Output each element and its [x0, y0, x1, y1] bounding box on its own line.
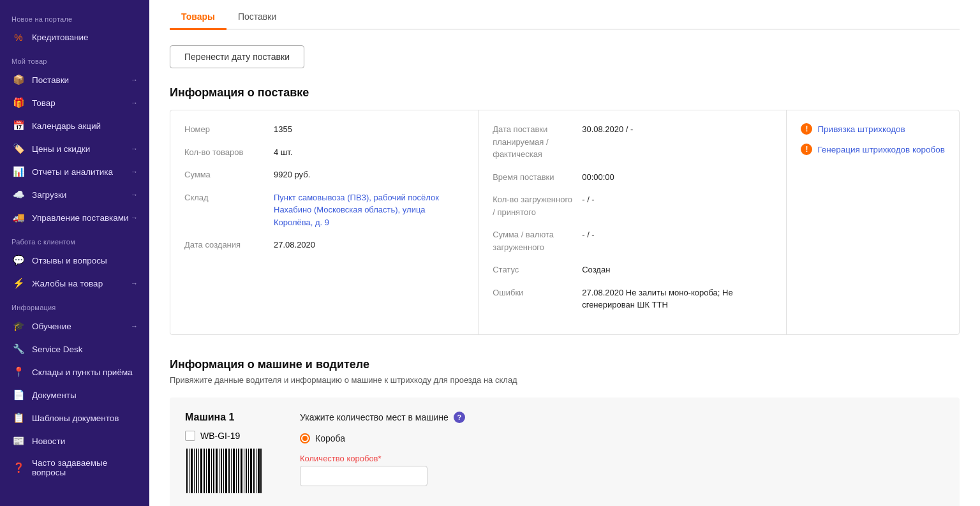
svg-rect-22	[241, 449, 242, 493]
info-value-date-created: 27.08.2020	[274, 239, 464, 251]
arrow-icon: →	[131, 279, 138, 287]
barcodes-link[interactable]: ! Привязка штрихкодов	[801, 123, 945, 135]
info-value-status: Создан	[582, 264, 772, 276]
machine-label-row: WB-GI-19	[185, 431, 240, 441]
svg-rect-6	[200, 449, 202, 493]
machine-checkbox[interactable]	[185, 431, 195, 441]
arrow-icon: →	[131, 145, 138, 153]
sidebar-item-postavki[interactable]: 📦 Поставки →	[0, 68, 149, 91]
info-value-summa: 9920 руб.	[274, 168, 464, 181]
svg-rect-0	[186, 449, 188, 493]
info-label-summa: Сумма	[184, 168, 274, 181]
info-label-status: Статус	[493, 264, 582, 276]
sidebar-item-obuchenie[interactable]: 🎓 Обучение →	[0, 315, 149, 338]
info-value-qty: 4 шт.	[274, 146, 464, 159]
radio-koroba[interactable]	[300, 433, 310, 443]
info-value-date-planned: 30.08.2020 / -	[582, 123, 772, 136]
supply-info-mid-col: Дата поставки планируемая / фактическая …	[479, 110, 787, 334]
sidebar-item-zagruzki[interactable]: ☁️ Загрузки →	[0, 183, 149, 206]
info-label-sum-currency: Сумма / валюта загруженного	[493, 228, 582, 253]
info-label-date-created: Дата создания	[184, 239, 274, 251]
svg-rect-27	[253, 449, 255, 493]
sidebar-section-info: Информация	[0, 295, 149, 315]
sidebar-item-label: Обучение	[32, 322, 71, 331]
machine-right-panel: Укажите количество мест в машине ? Короб…	[300, 412, 465, 486]
sidebar-item-kreditovanie[interactable]: % Кредитование	[0, 26, 149, 48]
barcode-boxes-link[interactable]: ! Генерация штрихкодов коробов	[801, 144, 945, 155]
info-label-date-planned: Дата поставки планируемая / фактическая	[493, 123, 582, 161]
sidebar-section-mytov: Мой товар	[0, 48, 149, 68]
info-label-nomer: Номер	[184, 123, 274, 136]
info-row-sum-currency: Сумма / валюта загруженного - / -	[493, 228, 772, 253]
sidebar: Новое на портале % Кредитование Мой това…	[0, 0, 149, 506]
machine-places-label: Укажите количество мест в машине	[300, 412, 449, 422]
radio-koroba-inner	[302, 436, 308, 441]
tabs-area: Товары Поставки	[170, 0, 960, 30]
sidebar-item-sklady[interactable]: 📍 Склады и пункты приёма	[0, 361, 149, 383]
info-row-date-created: Дата создания 27.08.2020	[184, 239, 464, 251]
sidebar-item-novosti[interactable]: 📰 Новости	[0, 429, 149, 452]
news-icon: 📰	[11, 435, 26, 447]
clipboard-icon: 📋	[11, 412, 26, 424]
sidebar-item-upravlenie[interactable]: 🚚 Управление поставками →	[0, 206, 149, 229]
quantity-field-group: Количество коробов*	[300, 454, 465, 486]
svg-rect-10	[211, 449, 212, 493]
machine-section-title: Информация о машине и водителе	[170, 358, 960, 371]
sidebar-item-dokumenty[interactable]: 📄 Документы	[0, 383, 149, 406]
svg-rect-26	[250, 449, 252, 493]
svg-rect-3	[194, 449, 195, 493]
sidebar-item-zhaloby[interactable]: ⚡ Жалобы на товар →	[0, 272, 149, 295]
document-icon: 📄	[11, 389, 26, 401]
sidebar-item-label: Отзывы и вопросы	[32, 256, 107, 265]
sidebar-item-label: Склады и пункты приёма	[32, 368, 133, 377]
gift-icon: 🎁	[11, 97, 26, 108]
sidebar-item-kalendar[interactable]: 📅 Календарь акций	[0, 114, 149, 137]
machine-card: Машина 1 WB-GI-19	[170, 398, 960, 507]
info-row-qty: Кол-во товаров 4 шт.	[184, 146, 464, 159]
svg-rect-29	[258, 449, 260, 493]
svg-rect-8	[206, 449, 207, 493]
arrow-icon: →	[131, 99, 138, 107]
bolt-icon: ⚡	[11, 278, 26, 289]
quantity-input[interactable]	[300, 466, 427, 486]
info-row-sklad: Склад Пункт самовывоза (ПВЗ), рабочий по…	[184, 191, 464, 229]
supply-info-left-col: Номер 1355 Кол-во товаров 4 шт. Сумма 99…	[170, 110, 479, 334]
sidebar-item-ceny[interactable]: 🏷️ Цены и скидки →	[0, 137, 149, 160]
info-row-summa: Сумма 9920 руб.	[184, 168, 464, 181]
svg-rect-16	[225, 449, 227, 493]
tab-tovary[interactable]: Товары	[170, 5, 226, 30]
info-row-time: Время поставки 00:00:00	[493, 171, 772, 184]
supply-info-card: Номер 1355 Кол-во товаров 4 шт. Сумма 99…	[170, 110, 960, 335]
sidebar-item-label: Service Desk	[32, 345, 83, 354]
sidebar-item-shablony[interactable]: 📋 Шаблоны документов	[0, 406, 149, 429]
barcode-boxes-label: Генерация штрихкодов коробов	[817, 145, 945, 154]
svg-rect-23	[244, 449, 244, 493]
sidebar-item-faq[interactable]: ❓ Часто задаваемые вопросы	[0, 452, 149, 483]
sidebar-item-label: Цены и скидки	[32, 144, 90, 154]
svg-rect-13	[219, 449, 219, 493]
info-label-loaded-accepted: Кол-во загруженного / принятого	[493, 193, 582, 218]
warn-icon-boxes: !	[801, 144, 812, 155]
location-icon: 📍	[11, 366, 26, 378]
transfer-date-button[interactable]: Перенести дату поставки	[170, 45, 304, 68]
tag-icon: 🏷️	[11, 143, 26, 154]
svg-rect-1	[189, 449, 189, 493]
sidebar-item-servicedesk[interactable]: 🔧 Service Desk	[0, 338, 149, 361]
svg-rect-11	[213, 449, 214, 493]
sidebar-item-otchety[interactable]: 📊 Отчеты и аналитика →	[0, 160, 149, 183]
machine-title: Машина 1	[185, 412, 235, 423]
sidebar-item-otzyvy[interactable]: 💬 Отзывы и вопросы	[0, 249, 149, 272]
radio-koroba-label: Короба	[315, 433, 345, 443]
tab-postavki[interactable]: Поставки	[226, 5, 288, 30]
barcodes-label: Привязка штрихкодов	[817, 124, 905, 134]
machine-id-label: WB-GI-19	[200, 431, 240, 441]
svg-rect-4	[196, 449, 197, 493]
sidebar-item-tovar[interactable]: 🎁 Товар →	[0, 91, 149, 114]
info-label-time: Время поставки	[493, 171, 582, 184]
cloud-icon: ☁️	[11, 189, 26, 200]
svg-rect-7	[204, 449, 205, 493]
help-icon[interactable]: ?	[454, 412, 465, 423]
info-label-qty: Кол-во товаров	[184, 146, 274, 159]
info-row-errors: Ошибки 27.08.2020 Не залиты моно-короба;…	[493, 286, 772, 311]
info-row-status: Статус Создан	[493, 264, 772, 276]
